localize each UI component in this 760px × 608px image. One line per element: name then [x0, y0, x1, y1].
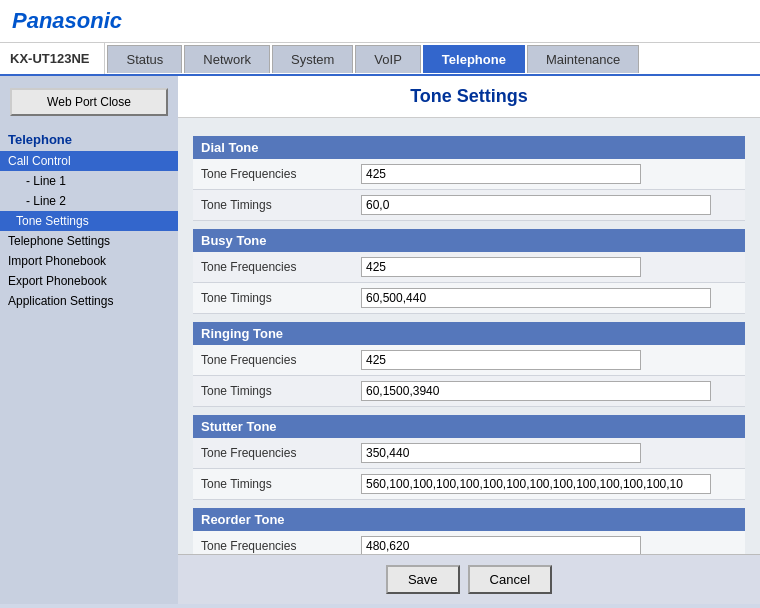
tab-telephone[interactable]: Telephone	[423, 45, 525, 73]
busy-tone-freq-input-container	[361, 257, 737, 277]
ringing-tone-freq-row: Tone Frequencies	[193, 345, 745, 376]
content-area: Tone Settings Dial Tone Tone Frequencies…	[178, 76, 760, 604]
ringing-tone-timing-label: Tone Timings	[201, 384, 361, 398]
web-port-close-button[interactable]: Web Port Close	[10, 88, 168, 116]
ringing-tone-freq-input-container	[361, 350, 737, 370]
busy-tone-freq-input[interactable]	[361, 257, 641, 277]
reorder-tone-freq-input[interactable]	[361, 536, 641, 556]
section-busy-tone: Busy Tone	[193, 229, 745, 252]
busy-tone-freq-row: Tone Frequencies	[193, 252, 745, 283]
main-layout: Web Port Close Telephone Call Control - …	[0, 76, 760, 604]
logo: Panasonic	[12, 8, 122, 34]
busy-tone-timing-label: Tone Timings	[201, 291, 361, 305]
sidebar-item-tone-settings[interactable]: Tone Settings	[0, 211, 178, 231]
stutter-tone-timing-label: Tone Timings	[201, 477, 361, 491]
busy-tone-timing-input-container	[361, 288, 737, 308]
ringing-tone-freq-label: Tone Frequencies	[201, 353, 361, 367]
sidebar-item-line1[interactable]: - Line 1	[0, 171, 178, 191]
sidebar-item-export-phonebook[interactable]: Export Phonebook	[0, 271, 178, 291]
tab-system[interactable]: System	[272, 45, 353, 73]
tab-network[interactable]: Network	[184, 45, 270, 73]
sidebar-item-application-settings[interactable]: Application Settings	[0, 291, 178, 311]
ringing-tone-timing-row: Tone Timings	[193, 376, 745, 407]
busy-tone-freq-label: Tone Frequencies	[201, 260, 361, 274]
stutter-tone-freq-input[interactable]	[361, 443, 641, 463]
footer-buttons: Save Cancel	[178, 554, 760, 604]
tab-status[interactable]: Status	[107, 45, 182, 73]
section-stutter-tone: Stutter Tone	[193, 415, 745, 438]
sidebar-item-line2[interactable]: - Line 2	[0, 191, 178, 211]
dial-tone-timing-label: Tone Timings	[201, 198, 361, 212]
busy-tone-timing-row: Tone Timings	[193, 283, 745, 314]
sidebar-item-import-phonebook[interactable]: Import Phonebook	[0, 251, 178, 271]
dial-tone-freq-row: Tone Frequencies	[193, 159, 745, 190]
tab-voip[interactable]: VoIP	[355, 45, 420, 73]
stutter-tone-freq-label: Tone Frequencies	[201, 446, 361, 460]
sidebar-item-telephone-settings[interactable]: Telephone Settings	[0, 231, 178, 251]
ringing-tone-timing-input[interactable]	[361, 381, 711, 401]
sidebar-item-call-control[interactable]: Call Control	[0, 151, 178, 171]
navbar: KX-UT123NE Status Network System VoIP Te…	[0, 43, 760, 76]
dial-tone-timing-input-container	[361, 195, 737, 215]
sidebar: Web Port Close Telephone Call Control - …	[0, 76, 178, 604]
dial-tone-timing-row: Tone Timings	[193, 190, 745, 221]
settings-area: Dial Tone Tone Frequencies Tone Timings …	[178, 118, 760, 603]
dial-tone-timing-input[interactable]	[361, 195, 711, 215]
stutter-tone-freq-input-container	[361, 443, 737, 463]
section-dial-tone: Dial Tone	[193, 136, 745, 159]
stutter-tone-freq-row: Tone Frequencies	[193, 438, 745, 469]
section-ringing-tone: Ringing Tone	[193, 322, 745, 345]
dial-tone-freq-label: Tone Frequencies	[201, 167, 361, 181]
ringing-tone-freq-input[interactable]	[361, 350, 641, 370]
ringing-tone-timing-input-container	[361, 381, 737, 401]
cancel-button[interactable]: Cancel	[468, 565, 552, 594]
header: Panasonic	[0, 0, 760, 43]
dial-tone-freq-input[interactable]	[361, 164, 641, 184]
stutter-tone-timing-row: Tone Timings	[193, 469, 745, 500]
stutter-tone-timing-input[interactable]	[361, 474, 711, 494]
reorder-tone-freq-input-container	[361, 536, 737, 556]
web-port-close-container: Web Port Close	[10, 88, 168, 116]
page-title: Tone Settings	[178, 76, 760, 118]
busy-tone-timing-input[interactable]	[361, 288, 711, 308]
dial-tone-freq-input-container	[361, 164, 737, 184]
tab-maintenance[interactable]: Maintenance	[527, 45, 639, 73]
stutter-tone-timing-input-container	[361, 474, 737, 494]
model-name: KX-UT123NE	[10, 43, 105, 74]
reorder-tone-freq-label: Tone Frequencies	[201, 539, 361, 553]
section-reorder-tone: Reorder Tone	[193, 508, 745, 531]
sidebar-section-label: Telephone	[0, 128, 178, 151]
save-button[interactable]: Save	[386, 565, 460, 594]
